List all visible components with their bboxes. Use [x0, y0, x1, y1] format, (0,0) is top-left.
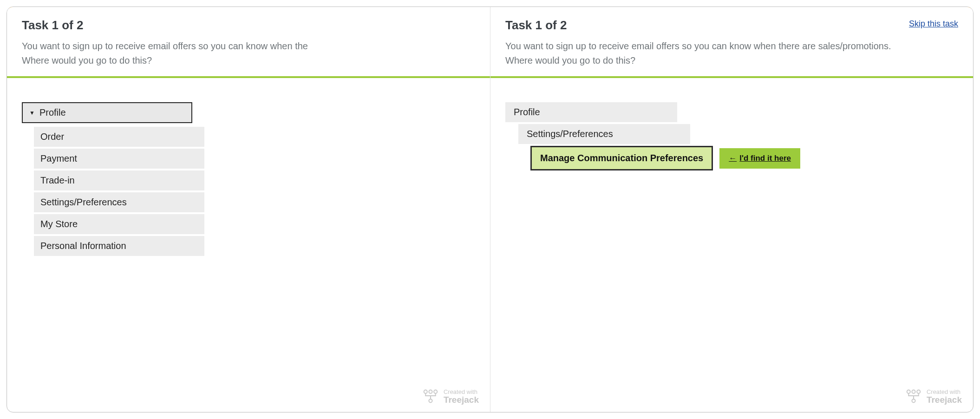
task-title: Task 1 of 2: [22, 18, 475, 33]
branding-created: Created with: [444, 389, 479, 395]
svg-point-2: [434, 390, 437, 393]
arrow-left-icon: ←: [729, 154, 737, 163]
svg-point-4: [907, 390, 910, 393]
tree-node-settings-preferences[interactable]: Settings/Preferences: [34, 192, 204, 212]
task-prompt: You want to sign up to receive email off…: [22, 39, 475, 68]
find-button-label: I'd find it here: [739, 154, 791, 163]
tree-node-profile[interactable]: ▼Profile: [22, 102, 192, 123]
tree-node-payment[interactable]: Payment: [34, 149, 204, 169]
tree-item-label: Trade-in: [40, 175, 75, 185]
svg-point-7: [912, 399, 915, 402]
find-it-here-button[interactable]: ← I'd find it here: [719, 148, 800, 169]
treejack-branding-text: Created with Treejack: [444, 389, 479, 405]
panel-left: Task 1 of 2 You want to sign up to recei…: [7, 7, 490, 412]
tree-item-label: Personal Information: [40, 241, 126, 251]
path-node-manage-communication-preferences[interactable]: Manage Communication Preferences: [530, 146, 713, 170]
path-node-label: Manage Communication Preferences: [540, 153, 703, 163]
branding-product: Treejack: [444, 395, 479, 405]
tree-node-trade-in[interactable]: Trade-in: [34, 170, 204, 190]
svg-point-6: [917, 390, 920, 393]
treejack-logo-icon: [905, 388, 922, 406]
task-header-right: Skip this task Task 1 of 2 You want to s…: [490, 7, 973, 78]
path-node-label: Profile: [514, 107, 540, 117]
treejack-branding: Created with Treejack: [905, 388, 962, 406]
treejack-branding-text: Created with Treejack: [927, 389, 962, 405]
caret-down-icon: ▼: [29, 110, 35, 116]
svg-point-1: [429, 390, 432, 393]
path-node-label: Settings/Preferences: [527, 129, 613, 139]
tree-item-label: Order: [40, 131, 64, 142]
tree-node-label: Profile: [39, 107, 66, 118]
branding-product: Treejack: [927, 395, 962, 405]
treejack-branding: Created with Treejack: [422, 388, 479, 406]
treejack-logo-icon: [422, 388, 439, 406]
svg-point-3: [429, 399, 432, 402]
path-node-profile[interactable]: Profile: [505, 102, 677, 122]
skip-task-link[interactable]: Skip this task: [909, 19, 958, 29]
svg-point-5: [912, 390, 915, 393]
branding-created: Created with: [927, 389, 962, 395]
tree-node-order[interactable]: Order: [34, 127, 204, 147]
panel-right: Skip this task Task 1 of 2 You want to s…: [490, 7, 973, 412]
path-node-settings-preferences[interactable]: Settings/Preferences: [518, 124, 690, 144]
tree-node-my-store[interactable]: My Store: [34, 214, 204, 234]
tree-item-label: Payment: [40, 153, 77, 164]
task-prompt: You want to sign up to receive email off…: [505, 39, 958, 68]
task-header-left: Task 1 of 2 You want to sign up to recei…: [7, 7, 490, 78]
task-title: Task 1 of 2: [505, 18, 958, 33]
tree-item-label: My Store: [40, 219, 78, 229]
tree-body-left: ▼Profile Order Payment Trade-in Settings…: [7, 78, 490, 412]
two-pane-container: Task 1 of 2 You want to sign up to recei…: [7, 7, 973, 412]
selected-path: Profile Settings/Preferences Manage Comm…: [505, 102, 958, 170]
tree-node-personal-information[interactable]: Personal Information: [34, 236, 204, 256]
tree-body-right: Profile Settings/Preferences Manage Comm…: [490, 78, 973, 412]
svg-point-0: [424, 390, 427, 393]
tree-children: Order Payment Trade-in Settings/Preferen…: [34, 127, 204, 256]
tree-item-label: Settings/Preferences: [40, 197, 127, 207]
